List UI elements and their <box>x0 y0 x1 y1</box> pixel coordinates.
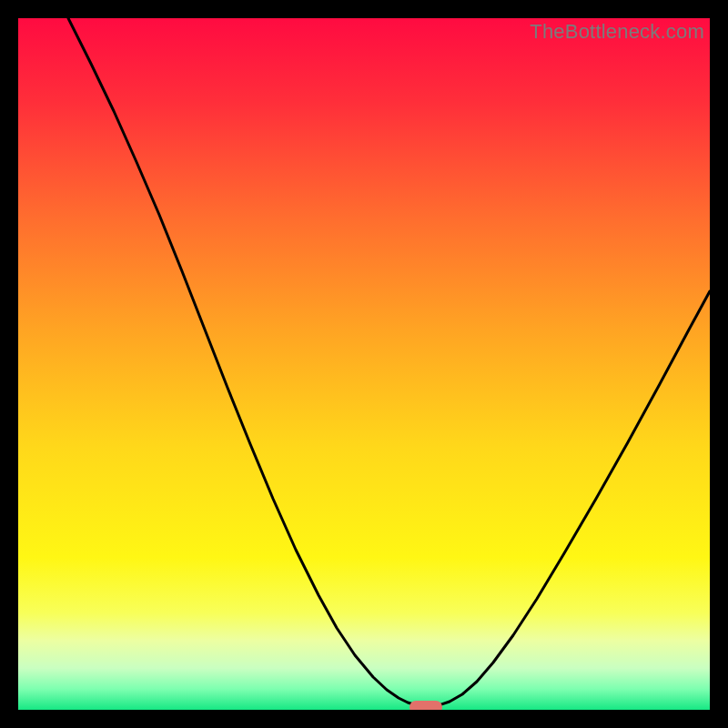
optimal-marker <box>410 701 442 710</box>
chart-frame: TheBottleneck.com <box>18 18 710 710</box>
gradient-background <box>18 18 710 710</box>
chart-svg <box>18 18 710 710</box>
watermark-text: TheBottleneck.com <box>530 20 704 44</box>
